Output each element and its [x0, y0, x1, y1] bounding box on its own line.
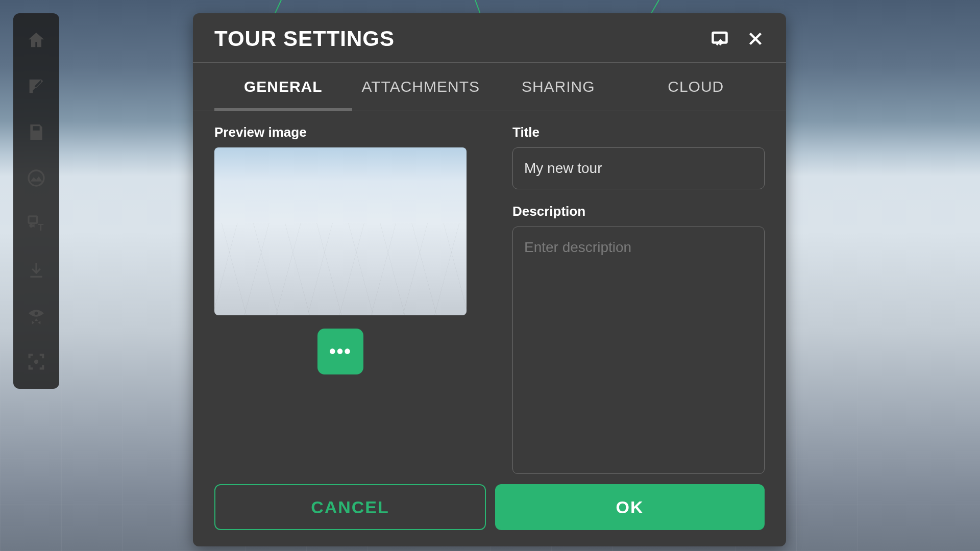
preview-column: Preview image •••	[214, 124, 467, 474]
svg-text:T: T	[38, 222, 43, 233]
preview-image-label: Preview image	[214, 124, 467, 140]
description-label: Description	[512, 204, 765, 219]
edit-button[interactable]	[13, 63, 59, 109]
modal-header: TOUR SETTINGS	[193, 13, 786, 63]
svg-point-4	[34, 360, 38, 364]
home-button[interactable]	[13, 17, 59, 63]
download-button[interactable]	[13, 247, 59, 293]
svg-point-0	[29, 170, 44, 186]
visibility-move-icon	[26, 306, 46, 326]
description-input[interactable]	[512, 227, 765, 474]
focus-button[interactable]	[13, 339, 59, 385]
download-icon	[26, 260, 46, 280]
tab-general[interactable]: GENERAL	[214, 63, 352, 111]
title-label: Title	[512, 124, 765, 140]
tab-sharing[interactable]: SHARING	[489, 63, 627, 111]
export-button[interactable]	[710, 30, 729, 48]
preview-more-button[interactable]: •••	[317, 329, 363, 374]
image-icon	[26, 168, 46, 188]
title-input[interactable]	[512, 147, 765, 189]
close-icon	[746, 30, 765, 48]
ellipsis-icon: •••	[329, 341, 352, 362]
ok-button[interactable]: OK	[495, 484, 765, 530]
media-text-icon: T	[26, 214, 46, 234]
modal-title: TOUR SETTINGS	[214, 27, 693, 51]
preview-image[interactable]	[214, 147, 467, 315]
home-icon	[26, 30, 46, 51]
save-button[interactable]	[13, 109, 59, 155]
modal-body: Preview image ••• Title Description	[193, 111, 786, 484]
modal-tabs: GENERAL ATTACHMENTS SHARING CLOUD	[193, 63, 786, 111]
media-text-button[interactable]: T	[13, 201, 59, 247]
tab-cloud[interactable]: CLOUD	[627, 63, 765, 111]
left-toolbar: T	[13, 13, 59, 389]
edit-icon	[26, 76, 46, 96]
export-icon	[710, 30, 729, 48]
svg-rect-1	[29, 216, 37, 223]
focus-icon	[26, 352, 46, 372]
close-button[interactable]	[746, 30, 765, 48]
fields-column: Title Description	[512, 124, 765, 474]
modal-footer: CANCEL OK	[193, 484, 786, 546]
visibility-move-button[interactable]	[13, 293, 59, 339]
cancel-button[interactable]: CANCEL	[214, 484, 486, 530]
image-button[interactable]	[13, 155, 59, 201]
save-icon	[26, 122, 46, 142]
tab-attachments[interactable]: ATTACHMENTS	[352, 63, 490, 111]
tour-settings-modal: TOUR SETTINGS GENERAL ATTACHMENTS SHARIN…	[193, 13, 786, 546]
